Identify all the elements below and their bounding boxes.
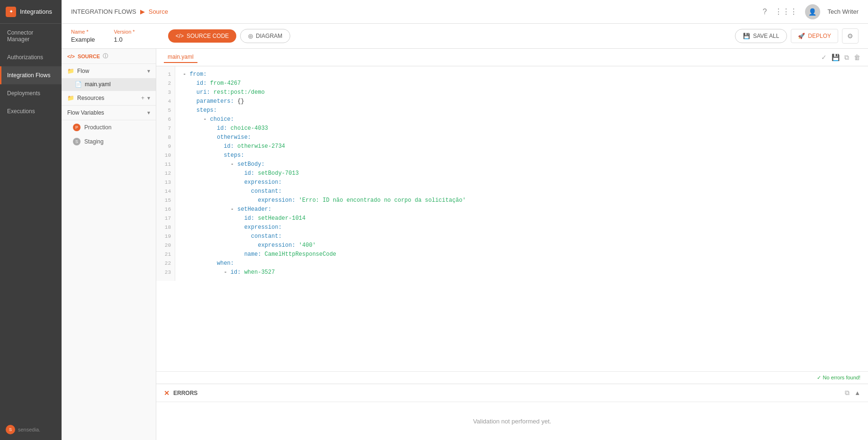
source-info-icon[interactable]: ⓘ [103, 53, 108, 60]
staging-item[interactable]: S Staging [62, 135, 156, 149]
resources-section: 📁 Resources + ▾ [62, 91, 156, 106]
sidebar: ✦ Integrations Connector Manager Authori… [0, 0, 62, 440]
errors-x-icon: ✕ [164, 389, 170, 397]
file-tab[interactable]: main.yaml [164, 52, 197, 63]
name-label: Name * [71, 29, 95, 35]
errors-copy-icon[interactable]: ⧉ [845, 389, 850, 397]
sidebar-item-integration-flows[interactable]: Integration Flows [0, 66, 62, 84]
sidebar-item-deployments[interactable]: Deployments [0, 84, 62, 102]
folder-icon: 📁 [67, 68, 74, 74]
code-lines-container: 1 2 3 4 5 6 7 8 9 10 11 12 13 14 [156, 66, 868, 281]
diagram-label: DIAGRAM [256, 33, 282, 39]
header-actions: ? ⋮⋮⋮ 👤 Tech Writer [763, 4, 859, 19]
breadcrumb-active: Source [149, 8, 168, 15]
version-required-star: * [133, 29, 134, 35]
sidebar-footer: S sensedia. [0, 419, 62, 440]
main-content: INTEGRATION FLOWS ▶ Source ? ⋮⋮⋮ 👤 Tech … [62, 0, 868, 440]
resources-plus-icon[interactable]: + [141, 95, 144, 101]
breadcrumb-parent: INTEGRATION FLOWS [71, 8, 136, 15]
version-field-group: Version * 1.0 [114, 29, 135, 43]
flow-chevron-icon: ▾ [147, 68, 150, 74]
sidebar-item-executions[interactable]: Executions [0, 102, 62, 120]
deploy-label: DEPLOY [808, 33, 831, 39]
sensedia-footer-text: sensedia. [18, 427, 40, 432]
top-header: INTEGRATION FLOWS ▶ Source ? ⋮⋮⋮ 👤 Tech … [62, 0, 868, 24]
username: Tech Writer [828, 8, 859, 15]
errors-header-left: ✕ ERRORS [164, 389, 197, 397]
copy-icon[interactable]: ⧉ [844, 54, 849, 62]
editor-area: main.yaml ✓ 💾 ⧉ 🗑 1 2 3 4 5 6 [156, 49, 868, 440]
sidebar-item-connector-manager-label: Connector Manager [7, 29, 33, 43]
errors-header[interactable]: ✕ ERRORS ⧉ ▲ [156, 384, 868, 402]
breadcrumb: INTEGRATION FLOWS ▶ Source [71, 8, 168, 15]
sidebar-nav: Connector Manager Authorizations Integra… [0, 24, 62, 419]
sidebar-item-authorizations-label: Authorizations [7, 54, 43, 61]
avatar[interactable]: 👤 [805, 4, 820, 19]
sensedia-logo-icon: S [6, 425, 15, 434]
editor-toolbar: main.yaml ✓ 💾 ⧉ 🗑 [156, 49, 868, 66]
sidebar-item-connector-manager[interactable]: Connector Manager [0, 24, 62, 48]
sidebar-item-integration-flows-label: Integration Flows [7, 72, 50, 79]
flow-section: 📁 Flow ▾ 📄 main.yaml [62, 64, 156, 91]
code-editor[interactable]: 1 2 3 4 5 6 7 8 9 10 11 12 13 14 [156, 66, 868, 371]
flow-variables-label: Flow Variables [67, 109, 104, 116]
content-area: </> SOURCE ⓘ 📁 Flow ▾ 📄 main.yaml 📁 [62, 49, 868, 440]
name-field-group: Name * Example [71, 29, 95, 43]
resources-tree-header[interactable]: 📁 Resources + ▾ [62, 91, 156, 105]
version-label: Version * [114, 29, 135, 35]
line-numbers: 1 2 3 4 5 6 7 8 9 10 11 12 13 14 [156, 66, 175, 281]
breadcrumb-separator: ▶ [140, 8, 145, 15]
sub-header: Name * Example Version * 1.0 </> SOURCE … [62, 24, 868, 49]
settings-icon: ⚙ [847, 32, 853, 40]
help-icon[interactable]: ? [763, 8, 767, 16]
resources-folder-icon: 📁 [67, 95, 74, 101]
sidebar-logo-text: Integrations [20, 8, 52, 15]
no-errors-badge: ✓ No errors found! [817, 375, 860, 381]
flow-tree-header[interactable]: 📁 Flow ▾ [62, 64, 156, 78]
source-code-label: SOURCE CODE [187, 33, 229, 39]
errors-header-right: ⧉ ▲ [845, 389, 860, 397]
deploy-button[interactable]: 🚀 DEPLOY [791, 29, 838, 43]
resources-label: Resources [77, 95, 104, 101]
errors-label: ERRORS [173, 390, 197, 396]
source-code-button[interactable]: </> SOURCE CODE [168, 29, 237, 43]
name-value: Example [71, 36, 95, 43]
name-required-star: * [86, 29, 88, 35]
diagram-button[interactable]: ◎ DIAGRAM [240, 29, 290, 43]
integrations-icon: ✦ [6, 7, 16, 17]
delete-icon[interactable]: 🗑 [854, 54, 860, 61]
source-label: SOURCE [78, 54, 100, 59]
errors-section: ✕ ERRORS ⧉ ▲ Validation not performed ye… [156, 384, 868, 440]
save-all-label: SAVE ALL [753, 33, 779, 39]
staging-label: Staging [84, 138, 104, 145]
yaml-file-icon: 📄 [75, 81, 82, 88]
flow-variables-header[interactable]: Flow Variables ▾ [62, 106, 156, 120]
save-all-button[interactable]: 💾 SAVE ALL [735, 29, 787, 43]
flow-label: Flow [77, 68, 89, 74]
settings-button[interactable]: ⚙ [842, 28, 859, 44]
grid-icon[interactable]: ⋮⋮⋮ [775, 7, 797, 16]
sidebar-logo: ✦ Integrations [0, 0, 62, 24]
errors-body: Validation not performed yet. [156, 402, 868, 440]
errors-chevron-icon[interactable]: ▲ [854, 389, 860, 396]
save-editor-icon[interactable]: 💾 [832, 54, 840, 61]
version-value: 1.0 [114, 36, 135, 43]
source-code-icon: </> [176, 33, 184, 39]
sidebar-item-authorizations[interactable]: Authorizations [0, 48, 62, 66]
code-content: - from: id: from-4267 uri: rest:post:/de… [175, 66, 868, 281]
flow-variables-chevron-icon: ▾ [147, 109, 150, 116]
sidebar-item-deployments-label: Deployments [7, 90, 40, 97]
production-label: Production [84, 124, 111, 131]
validation-text: Validation not performed yet. [473, 418, 551, 425]
flow-file-item[interactable]: 📄 main.yaml [62, 78, 156, 90]
production-item[interactable]: P Production [62, 120, 156, 135]
staging-icon: S [73, 138, 81, 145]
view-toggle-buttons: </> SOURCE CODE ◎ DIAGRAM [159, 29, 291, 43]
source-header: </> SOURCE ⓘ [62, 49, 156, 64]
diagram-icon: ◎ [248, 33, 253, 39]
resources-chevron-icon: ▾ [147, 95, 150, 101]
production-icon: P [73, 124, 81, 131]
check-icon[interactable]: ✓ [821, 54, 827, 61]
source-code-editor-icon: </> [67, 54, 75, 59]
editor-action-icons: ✓ 💾 ⧉ 🗑 [821, 54, 860, 62]
